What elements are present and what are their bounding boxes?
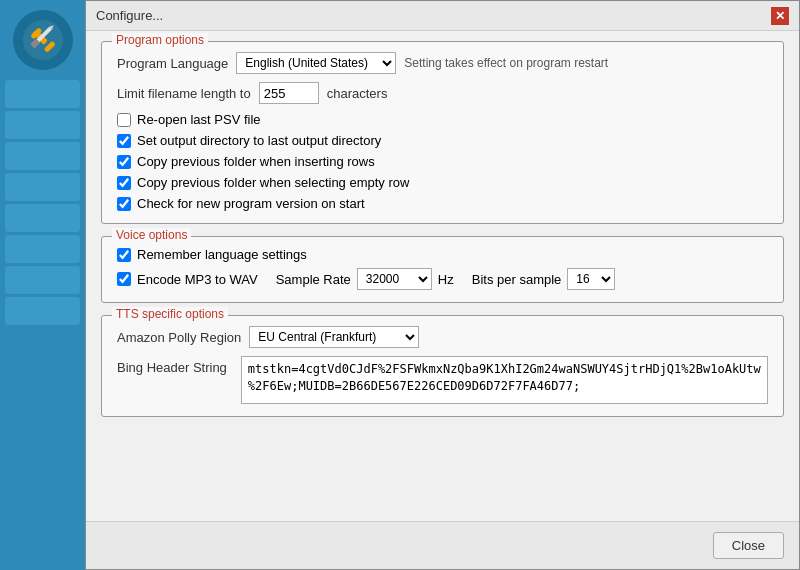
filename-label: Limit filename length to (117, 86, 251, 101)
tts-options-legend: TTS specific options (112, 307, 228, 321)
tts-options-group: TTS specific options Amazon Polly Region… (101, 315, 784, 417)
checkbox-row-2: Set output directory to last output dire… (117, 133, 768, 148)
sidebar-item-5[interactable] (5, 204, 80, 232)
window-close-button[interactable]: ✕ (771, 7, 789, 25)
dialog-footer: Close (86, 521, 799, 569)
configure-dialog: Configure... ✕ Program options Program L… (85, 0, 800, 570)
sample-rate-select[interactable]: 8000 16000 22050 32000 44100 48000 (357, 268, 432, 290)
sidebar (0, 0, 85, 570)
sidebar-item-4[interactable] (5, 173, 80, 201)
sidebar-item-2[interactable] (5, 111, 80, 139)
filename-input[interactable] (259, 82, 319, 104)
language-note: Setting takes effect on program restart (404, 56, 608, 70)
dialog-titlebar: Configure... ✕ (86, 1, 799, 31)
sidebar-item-3[interactable] (5, 142, 80, 170)
remember-lang-checkbox[interactable] (117, 248, 131, 262)
sidebar-item-8[interactable] (5, 297, 80, 325)
copy-inserting-label: Copy previous folder when inserting rows (137, 154, 375, 169)
region-row: Amazon Polly Region US East (N. Virginia… (117, 326, 768, 348)
app-icon (13, 10, 73, 70)
encode-mp3-label: Encode MP3 to WAV (137, 272, 258, 287)
bing-row: Bing Header String mtstkn=4cgtVd0CJdF%2F… (117, 356, 768, 404)
copy-empty-label: Copy previous folder when selecting empt… (137, 175, 409, 190)
language-label: Program Language (117, 56, 228, 71)
close-dialog-button[interactable]: Close (713, 532, 784, 559)
voice-checkbox-row-1: Remember language settings (117, 247, 768, 262)
filename-suffix: characters (327, 86, 388, 101)
sidebar-item-6[interactable] (5, 235, 80, 263)
region-select[interactable]: US East (N. Virginia) US West (Oregon) E… (249, 326, 419, 348)
output-dir-checkbox[interactable] (117, 134, 131, 148)
program-options-legend: Program options (112, 33, 208, 47)
checkbox-row-4: Copy previous folder when selecting empt… (117, 175, 768, 190)
encode-mp3-checkbox[interactable] (117, 272, 131, 286)
checkbox-row-1: Re-open last PSV file (117, 112, 768, 127)
check-version-label: Check for new program version on start (137, 196, 365, 211)
language-select[interactable]: English (United States) (236, 52, 396, 74)
bits-label: Bits per sample (472, 272, 562, 287)
voice-options-legend: Voice options (112, 228, 191, 242)
voice-options-group: Voice options Remember language settings… (101, 236, 784, 303)
checkbox-row-3: Copy previous folder when inserting rows (117, 154, 768, 169)
dialog-title: Configure... (96, 8, 163, 23)
output-dir-label: Set output directory to last output dire… (137, 133, 381, 148)
copy-inserting-checkbox[interactable] (117, 155, 131, 169)
sidebar-items-list (0, 80, 85, 325)
reopen-psv-label: Re-open last PSV file (137, 112, 261, 127)
sidebar-item-7[interactable] (5, 266, 80, 294)
voice-checkbox-row-2: Encode MP3 to WAV Sample Rate 8000 16000… (117, 268, 768, 290)
hz-label: Hz (438, 272, 454, 287)
bits-select[interactable]: 8 16 (567, 268, 615, 290)
region-label: Amazon Polly Region (117, 330, 241, 345)
sample-rate-label: Sample Rate (276, 272, 351, 287)
bing-header-textarea[interactable]: mtstkn=4cgtVd0CJdF%2FSFWkmxNzQba9K1XhI2G… (241, 356, 768, 404)
filename-row: Limit filename length to characters (117, 82, 768, 104)
copy-empty-checkbox[interactable] (117, 176, 131, 190)
dialog-content: Program options Program Language English… (86, 31, 799, 521)
remember-lang-label: Remember language settings (137, 247, 307, 262)
bing-label: Bing Header String (117, 356, 227, 375)
checkbox-row-5: Check for new program version on start (117, 196, 768, 211)
program-options-group: Program options Program Language English… (101, 41, 784, 224)
reopen-psv-checkbox[interactable] (117, 113, 131, 127)
check-version-checkbox[interactable] (117, 197, 131, 211)
sidebar-item-1[interactable] (5, 80, 80, 108)
language-row: Program Language English (United States)… (117, 52, 768, 74)
